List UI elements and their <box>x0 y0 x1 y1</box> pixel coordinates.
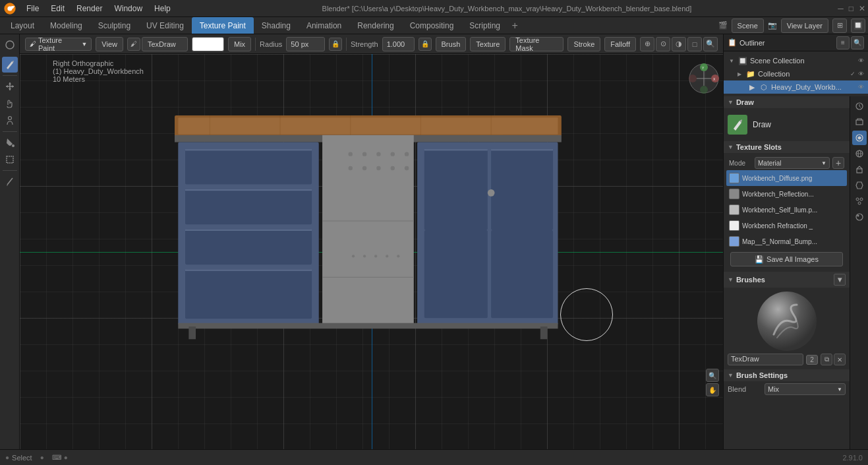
view-menu[interactable]: View <box>96 37 123 51</box>
props-tab-modifier[interactable] <box>852 178 867 193</box>
mode-toggle[interactable] <box>2 37 18 53</box>
svg-rect-43 <box>491 149 553 150</box>
brush-copy-btn[interactable]: ⧉ <box>821 354 832 365</box>
properties-section: ▼ Draw Draw <box>724 96 868 449</box>
minimize-btn[interactable]: ─ <box>838 4 844 13</box>
outliner-search-btn[interactable]: 🔍 <box>851 36 864 49</box>
menu-help[interactable]: Help <box>149 3 176 15</box>
props-tab-material[interactable] <box>852 210 867 224</box>
render-btn[interactable]: 🔲 <box>851 18 865 33</box>
brush-name-field[interactable]: TexDraw <box>728 354 803 365</box>
brush-icon-btn[interactable]: 🖌 <box>127 38 140 51</box>
pen-tool-btn[interactable] <box>2 173 18 189</box>
collection-vis[interactable]: 👁 <box>858 71 864 77</box>
texture-slot-add-btn[interactable]: + <box>832 157 844 169</box>
viewport-overlay-btn[interactable]: ⊙ <box>656 37 670 51</box>
tab-texture-paint[interactable]: Texture Paint <box>192 17 254 34</box>
tab-shading[interactable]: Shading <box>254 17 299 34</box>
close-btn[interactable]: ✕ <box>859 4 865 13</box>
brush-delete-btn[interactable]: ✕ <box>834 354 846 365</box>
svg-rect-23 <box>185 269 312 319</box>
scene-dropdown[interactable]: Scene <box>732 18 764 33</box>
props-tab-output[interactable] <box>852 115 867 129</box>
mask-tool-btn[interactable] <box>2 152 18 168</box>
props-tab-scene[interactable] <box>852 131 867 145</box>
mode-dropdown[interactable]: Material ▼ <box>755 157 830 169</box>
tab-sculpting[interactable]: Sculpting <box>90 17 138 34</box>
viewport-mode-btn[interactable]: □ <box>687 37 702 51</box>
move-view-btn[interactable]: ✋ <box>706 383 719 396</box>
menu-file[interactable]: File <box>21 3 44 15</box>
fill-tool-btn[interactable] <box>2 135 18 150</box>
object-vis[interactable]: 👁 <box>858 84 864 90</box>
scene-collection-vis[interactable]: 👁 <box>858 57 864 64</box>
blender-logo <box>3 1 17 16</box>
search-btn[interactable]: 🔍 <box>703 37 718 51</box>
texture-slot-4[interactable]: Map__5_Normal_Bump... <box>726 233 847 249</box>
maximize-btn[interactable]: □ <box>849 4 854 13</box>
props-tab-object[interactable] <box>852 162 867 177</box>
props-tab-render[interactable] <box>852 99 867 113</box>
brush-settings-header[interactable]: ▼ Brush Settings <box>724 369 850 381</box>
blend-mode-dropdown[interactable]: Mix <box>228 37 251 51</box>
outliner-label: Outliner <box>739 39 834 47</box>
scene-selector: 🎬 Scene 📷 View Layer ⊞ 🔲 <box>718 18 865 33</box>
falloff-dropdown[interactable]: Falloff <box>604 37 636 51</box>
tab-scripting[interactable]: Scripting <box>461 17 508 34</box>
blend-dropdown[interactable]: Mix ▼ <box>765 383 846 395</box>
texture-slot-2[interactable]: Workbench_Self_Ilum.p... <box>726 202 847 218</box>
brushes-expand-btn[interactable]: ▾ <box>834 274 846 286</box>
draw-active-icon[interactable] <box>728 115 747 135</box>
person-tool-btn[interactable] <box>2 113 18 129</box>
tab-animation[interactable]: Animation <box>299 17 349 34</box>
keyboard-icon: ⌨ <box>52 454 61 461</box>
save-all-images-btn[interactable]: 💾 Save All Images <box>730 252 843 266</box>
zoom-btn[interactable]: 🔍 <box>706 369 719 382</box>
texture-slot-0[interactable]: Workbench_Diffuse.png <box>726 170 847 186</box>
svg-point-72 <box>858 202 861 204</box>
tab-layout[interactable]: Layout <box>3 17 42 34</box>
tab-rendering[interactable]: Rendering <box>349 17 401 34</box>
tree-scene-collection[interactable]: ▼ 🔲 Scene Collection 👁 <box>724 54 868 67</box>
brush-name-field[interactable]: TexDraw <box>142 37 188 51</box>
outliner-filter-btn[interactable]: ≡ <box>836 36 850 49</box>
texture-slot-3[interactable]: Workbench Refraction _ <box>726 218 847 233</box>
texture-slots-header[interactable]: ▼ Texture Slots <box>724 141 850 153</box>
menu-edit[interactable]: Edit <box>45 3 70 15</box>
strength-lock-icon[interactable]: 🔒 <box>419 38 432 51</box>
nav-gizmo[interactable]: Y X <box>687 62 720 95</box>
brushes-header[interactable]: ▼ Brushes ▾ <box>724 272 850 288</box>
tab-modeling[interactable]: Modeling <box>42 17 90 34</box>
draw-section-header[interactable]: ▼ Draw <box>724 96 850 108</box>
overlay-btn[interactable]: ⊞ <box>832 18 847 33</box>
mode-selector[interactable]: 🖌 Texture Paint ▼ <box>25 38 92 51</box>
texture-slot-1[interactable]: Workbench_Reflection... <box>726 186 847 202</box>
grab-tool-btn[interactable] <box>2 96 18 111</box>
props-tab-world[interactable] <box>852 146 867 161</box>
collection-restrict[interactable]: ✓ <box>850 71 855 77</box>
strength-input[interactable]: 1.000 <box>382 37 415 51</box>
radius-input[interactable]: 50 px <box>286 37 325 51</box>
brush-dropdown[interactable]: Brush <box>436 37 467 51</box>
viewport-shading-btn[interactable]: ◑ <box>672 37 686 51</box>
tree-collection[interactable]: ▶ 📁 Collection ✓ 👁 <box>724 67 868 80</box>
move-tool-btn[interactable] <box>2 78 18 94</box>
tree-object[interactable]: ▶ ⬡ Heavy_Duty_Workb... 👁 <box>724 80 868 94</box>
menu-render[interactable]: Render <box>71 3 107 15</box>
stroke-dropdown[interactable]: Stroke <box>567 37 600 51</box>
view-layer-dropdown[interactable]: View Layer <box>781 18 828 33</box>
draw-tool-btn[interactable] <box>2 57 18 73</box>
tab-uv-editing[interactable]: UV Editing <box>138 17 192 34</box>
texture-dropdown[interactable]: Texture <box>470 37 506 51</box>
color-swatch[interactable] <box>192 37 224 51</box>
menu-window[interactable]: Window <box>109 3 148 15</box>
window-title: Blender* [C:\Users\a y\Desktop\Heavy_Dut… <box>176 5 838 13</box>
viewport-gizmo-btn[interactable]: ⊕ <box>640 37 654 51</box>
viewport[interactable]: Right Orthographic (1) Heavy_Duty_Workbe… <box>20 54 723 449</box>
texture-mask-dropdown[interactable]: Texture Mask <box>509 37 564 51</box>
add-workspace-btn[interactable]: + <box>508 19 521 32</box>
props-tab-particles[interactable] <box>852 194 867 208</box>
tab-compositing[interactable]: Compositing <box>402 17 462 34</box>
radius-lock-icon[interactable]: 🔒 <box>329 38 342 51</box>
lmb-icon: ● <box>5 454 9 461</box>
